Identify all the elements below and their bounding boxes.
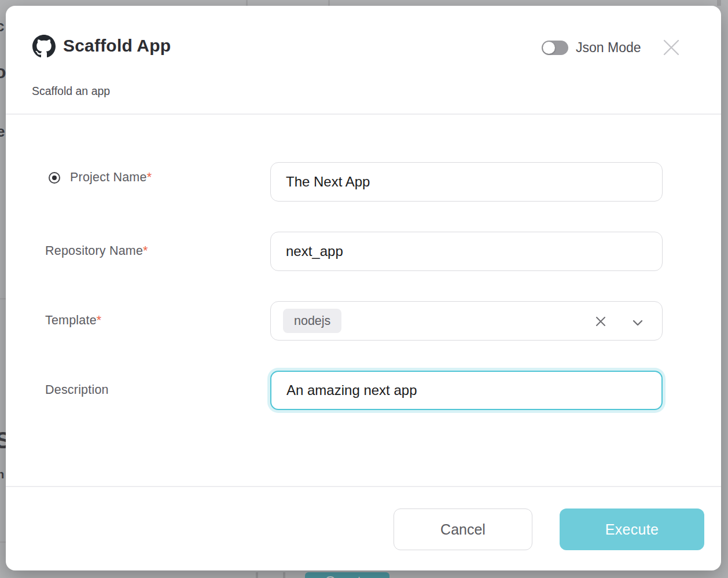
required-asterisk: * — [143, 244, 148, 258]
json-mode-label: Json Mode — [576, 40, 641, 56]
description-label: Description — [45, 383, 109, 397]
repository-name-label: Repository Name* — [45, 244, 148, 258]
backdrop-text-fragment: c — [0, 17, 4, 35]
cancel-button[interactable]: Cancel — [394, 509, 532, 550]
background-create-button: Create — [305, 572, 389, 578]
project-name-label: Project Name* — [70, 170, 152, 185]
template-select[interactable]: nodejs — [270, 301, 663, 341]
header-divider — [6, 114, 721, 115]
backdrop-table-border — [328, 0, 330, 6]
background-create-button-label: Create — [325, 573, 370, 578]
backdrop-text-fragment: e — [0, 123, 5, 141]
github-icon — [32, 35, 56, 58]
execute-button[interactable]: Execute — [560, 509, 704, 550]
project-name-label-group: Project Name* — [49, 170, 152, 185]
backdrop-text-fragment: o — [0, 61, 6, 83]
backdrop-divider — [0, 542, 6, 543]
template-selected-tag[interactable]: nodejs — [283, 309, 341, 333]
required-asterisk: * — [97, 313, 102, 327]
dialog-title: Scaffold App — [63, 36, 171, 56]
backdrop-table-border — [246, 0, 248, 6]
clear-selection-icon[interactable] — [593, 313, 609, 330]
project-name-input[interactable] — [270, 162, 663, 202]
json-mode-toggle[interactable] — [542, 41, 568, 55]
dialog-subtitle: Scaffold an app — [32, 85, 110, 98]
description-input[interactable] — [270, 371, 663, 410]
backdrop-divider — [0, 298, 6, 299]
repository-name-input[interactable] — [270, 232, 663, 271]
backdrop-scrollbar — [717, 0, 721, 6]
template-label: Template* — [45, 313, 101, 328]
required-asterisk: * — [147, 170, 152, 184]
close-icon[interactable] — [661, 38, 681, 57]
scaffold-app-dialog: Scaffold App Json Mode Scaffold an app P… — [6, 6, 721, 570]
page-backdrop: { "backdrop": { "create_button_label": "… — [0, 0, 728, 578]
backdrop-table-border — [283, 572, 285, 578]
backdrop-table-border — [256, 572, 258, 578]
radio-dot — [52, 175, 57, 180]
footer-divider — [6, 486, 721, 487]
backdrop-text-fragment: n — [0, 468, 4, 481]
json-mode-toggle-knob — [543, 42, 555, 54]
chevron-down-icon[interactable] — [630, 314, 646, 331]
radio-selected-icon[interactable] — [49, 172, 60, 184]
